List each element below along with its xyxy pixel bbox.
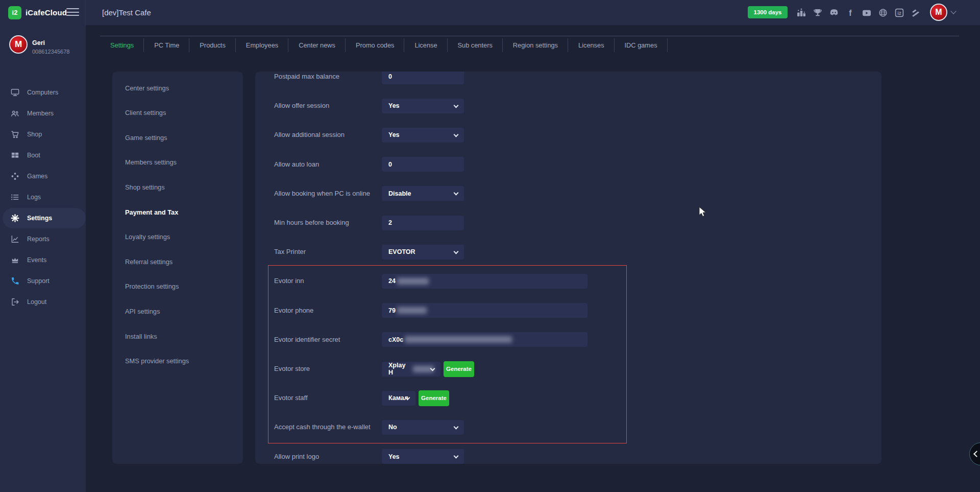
- settings-submenu-panel: Center settingsClient settingsGame setti…: [112, 72, 243, 464]
- logo-text: iCafeCloud: [26, 8, 67, 17]
- streams-icon[interactable]: [910, 7, 921, 18]
- icafecloud-icon[interactable]: i2: [893, 7, 905, 18]
- chevron-down-icon: [454, 424, 459, 429]
- settings-menu-install-links[interactable]: Install links: [125, 331, 157, 341]
- allow-additional-session-select[interactable]: Yes: [382, 128, 464, 143]
- sidebar-item-boot[interactable]: Boot: [0, 145, 86, 166]
- user-id: 008612345678: [32, 49, 69, 55]
- shop-icon: [10, 130, 20, 139]
- field-value: 0: [388, 161, 392, 168]
- tab-settings[interactable]: Settings: [100, 36, 144, 54]
- tab-licenses[interactable]: Licenses: [568, 36, 615, 54]
- icafecloud-logo-icon: i2: [8, 6, 21, 19]
- sidebar-item-members[interactable]: Members: [0, 103, 86, 124]
- settings-menu-api-settings[interactable]: API settings: [125, 306, 160, 316]
- settings-menu-shop-settings[interactable]: Shop settings: [125, 182, 165, 192]
- sidebar-item-computers[interactable]: Computers: [0, 82, 86, 103]
- settings-menu-protection-settings[interactable]: Protection settings: [125, 282, 179, 292]
- allow-booking-when-pc-is-online-select[interactable]: Disable: [382, 186, 464, 201]
- user-avatar[interactable]: M: [930, 4, 947, 21]
- tab-sub-centers[interactable]: Sub centers: [448, 36, 503, 54]
- evotor-store-generate-button[interactable]: Generate: [444, 361, 474, 377]
- allow-auto-loan-input[interactable]: 0: [382, 157, 464, 172]
- sidebar-item-logs[interactable]: Logs: [0, 187, 86, 207]
- field-value: Yes: [388, 102, 400, 109]
- redacted-value: [397, 278, 429, 285]
- computers-icon: [10, 88, 20, 98]
- sidebar-item-label: Members: [27, 110, 54, 117]
- sidebar-item-shop[interactable]: Shop: [0, 124, 86, 145]
- field-value: Disable: [388, 190, 411, 197]
- chevron-down-icon: [454, 103, 459, 108]
- evotor-phone-input[interactable]: 79: [382, 303, 587, 318]
- discord-icon[interactable]: [828, 7, 840, 18]
- sidebar-item-label: Reports: [27, 236, 50, 243]
- field-label: Evotor staff: [274, 394, 308, 402]
- tab-pc-time[interactable]: PC Time: [144, 36, 189, 54]
- settings-menu-loyalty-settings[interactable]: Loyalty settings: [125, 232, 170, 242]
- settings-menu-sms-provider-settings[interactable]: SMS provider settings: [125, 356, 189, 366]
- evotor-highlight-box: [268, 265, 627, 443]
- hamburger-menu-icon[interactable]: [66, 8, 79, 17]
- tab-region-settings[interactable]: Region settings: [503, 36, 568, 54]
- logout-icon: [10, 297, 20, 307]
- reports-icon: [10, 235, 20, 244]
- leaderboard-icon[interactable]: [795, 7, 807, 18]
- settings-menu-referral-settings[interactable]: Referral settings: [125, 256, 173, 267]
- sidebar-item-reports[interactable]: Reports: [0, 229, 86, 249]
- sidebar-item-label: Logout: [27, 298, 46, 306]
- sidebar-avatar: M: [9, 35, 28, 54]
- evotor-staff-select[interactable]: Камал: [382, 391, 415, 406]
- sidebar-item-settings[interactable]: Settings: [3, 208, 86, 228]
- settings-menu-payment-and-tax[interactable]: Payment and Tax: [125, 207, 178, 217]
- settings-menu-center-settings[interactable]: Center settings: [125, 83, 169, 93]
- redacted-value: [397, 307, 427, 314]
- sidebar-user-block[interactable]: M Geri 008612345678: [0, 34, 86, 62]
- chevron-left-icon: [973, 451, 980, 457]
- allow-print-logo-select[interactable]: Yes: [382, 449, 464, 464]
- youtube-icon[interactable]: [861, 7, 872, 18]
- settings-form-panel: Postpaid max balance0Allow offer session…: [255, 72, 881, 464]
- facebook-icon[interactable]: f: [844, 7, 856, 18]
- tab-idc-games[interactable]: IDC games: [615, 36, 668, 54]
- sidebar-item-support[interactable]: Support: [0, 271, 86, 291]
- sidebar-item-events[interactable]: Events: [0, 250, 86, 270]
- settings-menu-game-settings[interactable]: Game settings: [125, 132, 167, 143]
- tab-promo-codes[interactable]: Promo codes: [346, 36, 404, 54]
- logs-icon: [10, 193, 20, 202]
- field-value: Yes: [388, 453, 400, 460]
- postpaid-max-balance-input[interactable]: 0: [382, 72, 464, 84]
- support-icon: [10, 276, 20, 286]
- tab-license[interactable]: License: [404, 36, 447, 54]
- settings-menu-members-settings[interactable]: Members settings: [125, 157, 177, 168]
- tab-employees[interactable]: Employees: [236, 36, 288, 54]
- tab-products[interactable]: Products: [189, 36, 236, 54]
- tab-center-news[interactable]: Center news: [288, 36, 346, 54]
- allow-offer-session-select[interactable]: Yes: [382, 99, 464, 113]
- evotor-staff-generate-button[interactable]: Generate: [419, 390, 449, 406]
- top-bar: i2 iCafeCloud [dev]Test Cafe 1300 days f…: [0, 0, 980, 25]
- globe-icon[interactable]: [877, 7, 889, 18]
- sidebar-item-logout[interactable]: Logout: [0, 292, 86, 312]
- trophy-icon[interactable]: [812, 7, 823, 18]
- field-label: Accept cash through the e-wallet: [274, 423, 371, 431]
- evotor-store-select[interactable]: Xplay H: [382, 362, 440, 377]
- accept-cash-through-the-e-wallet-select[interactable]: No: [382, 420, 464, 435]
- user-name: Geri: [32, 39, 45, 46]
- sidebar-item-label: Computers: [27, 89, 58, 96]
- field-label: Postpaid max balance: [274, 73, 339, 80]
- sidebar-item-label: Events: [27, 256, 46, 264]
- min-hours-before-booking-input[interactable]: 2: [382, 216, 464, 230]
- svg-text:f: f: [849, 9, 852, 17]
- days-remaining-badge[interactable]: 1300 days: [748, 6, 788, 18]
- avatar-chevron-down-icon[interactable]: [950, 8, 956, 14]
- evotor-identifier-secret-input[interactable]: cX0c: [382, 332, 587, 347]
- field-value: 79: [388, 307, 396, 314]
- chevron-down-icon: [454, 249, 459, 254]
- evotor-inn-input[interactable]: 24: [382, 274, 587, 289]
- tax-printer-select[interactable]: EVOTOR: [382, 245, 464, 260]
- settings-menu-client-settings[interactable]: Client settings: [125, 108, 166, 118]
- sidebar-item-games[interactable]: Games: [0, 166, 86, 186]
- field-value: EVOTOR: [388, 248, 415, 255]
- field-label: Evotor phone: [274, 307, 313, 314]
